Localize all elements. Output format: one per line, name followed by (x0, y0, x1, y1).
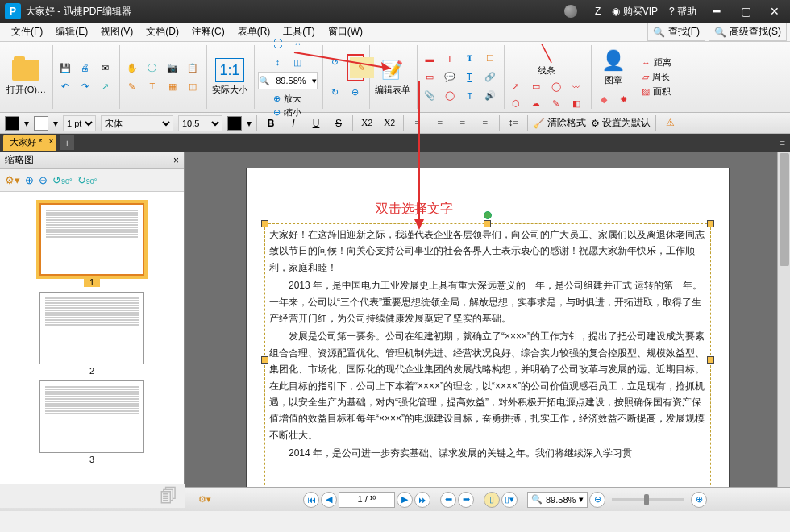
line-tool[interactable]: ╲ 线条 (538, 44, 555, 77)
hand-icon[interactable]: ✋ (123, 60, 141, 76)
vip-button[interactable]: ◉ 购买VIP (612, 5, 658, 19)
tab-close-icon[interactable]: × (49, 137, 54, 146)
thumb-settings-icon[interactable]: ⚙▾ (5, 174, 20, 186)
find-button[interactable]: 🔍 查找(F) (647, 23, 705, 41)
page-number-box[interactable]: 1 / ¹⁰ (339, 492, 395, 508)
globe-icon[interactable] (564, 5, 577, 18)
vertical-scrollbar[interactable] (777, 152, 790, 487)
text-tool-icon[interactable]: 𝐓 (461, 51, 479, 67)
oval-shape[interactable]: ◯ (548, 80, 564, 94)
menu-document[interactable]: 文档(D) (139, 23, 185, 41)
user-label[interactable]: Z (595, 6, 601, 17)
edit-text-icon[interactable]: T (143, 78, 161, 94)
handle-tl[interactable] (261, 220, 268, 227)
sound-icon[interactable]: 🔊 (481, 88, 499, 104)
menu-window[interactable]: 窗口(W) (322, 23, 369, 41)
select-icon[interactable]: Ⓘ (143, 60, 161, 76)
continuous-icon[interactable]: ▯▾ (501, 492, 518, 508)
eraser-icon[interactable]: ◆ (595, 91, 613, 107)
polygon-shape[interactable]: ⬡ (508, 97, 524, 111)
handle-mr[interactable] (707, 356, 714, 364)
bold-button[interactable]: B (262, 115, 280, 131)
eraser-shape[interactable]: ◧ (568, 97, 584, 111)
zoom-in-status[interactable]: ⊕ (691, 492, 707, 508)
pencil-shape[interactable]: ✎ (548, 97, 564, 111)
last-page-button[interactable]: ⏭ (414, 492, 430, 508)
pointer-icon[interactable]: ↗ (97, 78, 114, 94)
single-page-icon[interactable]: ▯ (484, 492, 500, 508)
edit-object-icon[interactable]: ◫ (184, 78, 202, 94)
menu-edit[interactable]: 编辑(E) (49, 23, 94, 41)
subscript-button[interactable]: X2 (358, 115, 376, 131)
minimize-button[interactable]: ━ (708, 4, 726, 19)
snapshot-icon[interactable]: 📷 (164, 60, 181, 76)
rect-shape[interactable]: ▭ (528, 80, 544, 94)
polyline-shape[interactable]: 〰 (568, 80, 584, 94)
thumb-page-2[interactable] (40, 292, 144, 364)
help-format-icon[interactable]: ⚠ (661, 115, 679, 131)
fill-color-swatch[interactable] (5, 116, 19, 131)
status-zoom-select[interactable]: 🔍 89.58% ▾ (527, 492, 588, 508)
thumbnail-list[interactable]: 1 2 3 (0, 192, 184, 487)
zoom-slider[interactable] (612, 498, 684, 501)
thumb-zoom-out-icon[interactable]: ⊖ (39, 174, 48, 186)
set-default-button[interactable]: ⚙设置为默认 (591, 116, 651, 130)
save-icon[interactable]: 💾 (56, 60, 74, 76)
zoom-in-button[interactable]: ⊕放大 (273, 93, 301, 105)
squiggly-icon[interactable]: ◯ (441, 88, 459, 104)
superscript-button[interactable]: X2 (380, 115, 398, 131)
rotate-anchor[interactable] (484, 211, 492, 219)
thumb-panel-close-icon[interactable]: × (173, 155, 179, 166)
align-right-button[interactable]: ≡ (454, 115, 472, 131)
clear-format-button[interactable]: 🧹清除格式 (533, 116, 586, 130)
prev-page-button[interactable]: ◀ (321, 492, 337, 508)
first-page-button[interactable]: ⏮ (303, 492, 319, 508)
font-size-select[interactable]: 10.5 (178, 115, 222, 131)
clipboard-icon[interactable]: 📋 (184, 60, 202, 76)
print-icon[interactable]: 🖨 (77, 60, 94, 76)
pdf-page[interactable]: 双击选择文字 大家好！在这辞旧迎新之际，我谨代表企业各层领导们，向公司的广大员工… (246, 168, 730, 487)
maximize-button[interactable]: ▢ (737, 4, 755, 19)
menu-file[interactable]: 文件(F) (5, 23, 49, 41)
status-settings-icon-2[interactable]: ⚙▾ (198, 494, 211, 505)
menu-view[interactable]: 视图(V) (94, 23, 139, 41)
fit-page-icon[interactable]: ⛶ (268, 35, 286, 52)
typewriter-icon[interactable]: T (461, 88, 479, 104)
note-icon[interactable]: ☐ (481, 51, 499, 67)
close-button[interactable]: ✕ (766, 4, 784, 19)
link-icon[interactable]: 🔗 (481, 69, 499, 85)
fit-height-icon[interactable]: ↕ (268, 54, 286, 70)
thumb-page-3[interactable] (40, 380, 144, 453)
align-justify-button[interactable]: ≡ (476, 115, 494, 131)
undo-icon[interactable]: ↶ (56, 78, 74, 94)
add-tab-button[interactable]: + (60, 135, 74, 150)
email-icon[interactable]: ✉ (97, 60, 114, 76)
doc-tab[interactable]: 大家好 *× (3, 135, 56, 151)
redo-icon[interactable]: ↷ (77, 78, 94, 94)
line-height-button[interactable]: ↕≡ (505, 115, 522, 131)
adv-find-button[interactable]: 🔍 高级查找(S) (709, 23, 787, 41)
edit-image-icon[interactable]: ▦ (164, 78, 181, 94)
italic-button[interactable]: I (285, 115, 302, 131)
handle-ml[interactable] (261, 356, 268, 364)
cloud-shape[interactable]: ☁ (528, 97, 544, 111)
page-view[interactable]: 双击选择文字 大家好！在这辞旧迎新之际，我谨代表企业各层领导们，向公司的广大员工… (185, 152, 790, 487)
perimeter-tool[interactable]: ▱周长 (642, 71, 670, 83)
stroke-color-swatch[interactable] (34, 116, 48, 131)
help-button[interactable]: ? 帮助 (669, 5, 696, 19)
thumb-zoom-in-icon[interactable]: ⊕ (25, 174, 34, 186)
arrow-shape[interactable]: ↗ (508, 80, 524, 94)
font-select[interactable]: 宋体 (101, 115, 173, 131)
burst-icon[interactable]: ✸ (615, 91, 633, 107)
back-button[interactable]: ⬅ (440, 492, 456, 508)
open-button[interactable]: 打开(O)… (5, 56, 48, 98)
menu-annot[interactable]: 注释(C) (185, 23, 231, 41)
align-center-button[interactable]: ≡ (431, 115, 449, 131)
forward-button[interactable]: ➡ (458, 492, 474, 508)
actual-size-button[interactable]: 1:1 实际大小 (210, 56, 249, 98)
area-tool[interactable]: ▨面积 (642, 85, 671, 98)
strike-button[interactable]: S (330, 115, 347, 131)
zoom-out-status[interactable]: ⊖ (589, 492, 605, 508)
text-color-swatch[interactable] (227, 116, 242, 131)
thumb-rot-cw-icon[interactable]: ↻90° (77, 174, 98, 186)
